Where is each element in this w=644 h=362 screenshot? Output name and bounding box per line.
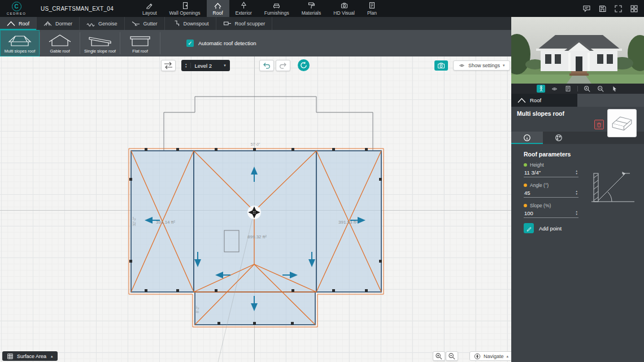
surface-area-button[interactable]: Surface Area ▴ [2, 351, 58, 361]
level-down-icon[interactable]: ▾ [185, 66, 187, 68]
eye-icon [551, 86, 558, 92]
slope-stepper[interactable]: ▲▼ [576, 211, 578, 216]
parameter-label: Slope (%) [530, 203, 551, 208]
slope-status-dot [524, 204, 527, 207]
tab-label: Layout [142, 10, 157, 16]
ribbon-tab-roof-scupper[interactable]: Roof scupper [216, 17, 273, 30]
show-settings-button[interactable]: Show settings ▾ [453, 60, 510, 71]
ribbon-tab-dormer[interactable]: Dormer [37, 17, 80, 30]
surface-grid-icon [7, 353, 14, 360]
swap-level-button[interactable] [161, 60, 176, 71]
camera-icon [437, 62, 445, 69]
single-slope-roof-icon [87, 33, 113, 47]
angle-stepper[interactable]: ▲▼ [576, 190, 578, 195]
multi-slopes-roof-button[interactable]: Multi slopes roof [0, 30, 40, 56]
person-icon [538, 85, 545, 92]
subtab-materials[interactable] [543, 132, 575, 144]
pencil-ruler-icon [146, 2, 153, 9]
app-logo[interactable]: C CEDREO [0, 0, 33, 17]
plan-view-button[interactable] [564, 85, 572, 93]
preview-zoom-in-button[interactable] [583, 85, 591, 93]
height-input[interactable]: 11 3/4" ▲▼ [524, 168, 578, 177]
roof-parameters-title: Roof parameters [524, 151, 644, 158]
tab-roof[interactable]: Roof [207, 0, 229, 17]
scupper-icon [223, 20, 232, 27]
redo-button[interactable] [276, 60, 290, 71]
preview-zoom-out-button[interactable] [597, 85, 605, 93]
selection-header: Multi slopes roof [511, 107, 644, 132]
snapshot-button[interactable] [434, 60, 448, 71]
tab-wall-openings[interactable]: Wall Openings [163, 0, 207, 17]
level-label: Level 2 [195, 63, 212, 69]
panel-tab-label: Roof [530, 97, 541, 103]
comments-button[interactable] [582, 4, 591, 13]
automatic-roof-detection-toggle[interactable]: ✓ Automatic roof detection [186, 30, 256, 56]
chevron-up-icon: ▴ [507, 354, 509, 359]
add-point-button[interactable]: Add point [524, 223, 644, 233]
main-nav: Layout Wall Openings Roof Exterior Furni… [136, 0, 383, 17]
tab-label: Materials [302, 10, 321, 16]
apps-button[interactable] [629, 4, 638, 13]
3d-preview[interactable] [511, 17, 644, 84]
angle-input[interactable]: 45 ▲▼ [524, 188, 578, 198]
flat-roof-button[interactable]: Flat roof [120, 30, 160, 56]
angle-status-dot [524, 184, 527, 187]
parameter-value[interactable]: 45 [524, 190, 530, 196]
preview-pointer-button[interactable] [610, 85, 619, 93]
ribbon-tab-downspout[interactable]: Downspout [165, 17, 216, 30]
zoom-in-icon [584, 85, 591, 93]
building-outline [164, 97, 373, 151]
tab-materials[interactable]: Materials [295, 0, 327, 17]
parameter-value[interactable]: 11 3/4" [524, 169, 541, 176]
save-button[interactable] [598, 4, 607, 13]
swap-arrows-icon [163, 62, 173, 69]
floor-plan-drawing[interactable]: 391.14 ft² 899.32 ft² 391.53 ft² 57'-0" … [0, 56, 511, 362]
tab-exterior[interactable]: Exterior [229, 0, 258, 17]
gable-roof-button[interactable]: Gable roof [40, 30, 80, 56]
pencil-icon [524, 223, 534, 233]
fullscreen-button[interactable] [613, 4, 623, 13]
sofa-icon [273, 2, 280, 9]
undo-button[interactable] [259, 60, 274, 71]
ribbon-tab-genoise[interactable]: Genoise [80, 17, 125, 30]
delete-roof-button[interactable] [594, 120, 604, 129]
zoom-in-button[interactable] [433, 351, 445, 361]
zoom-out-button[interactable] [446, 351, 458, 361]
plan-canvas[interactable]: 391.14 ft² 899.32 ft² 391.53 ft² 57'-0" … [0, 56, 511, 362]
move-cursor[interactable] [247, 206, 261, 219]
panel-tab-roof[interactable]: Roof [511, 94, 577, 107]
zoom-out-icon [597, 85, 604, 93]
tab-hd-visual[interactable]: HD Visual [327, 0, 361, 17]
tool-label: Gable roof [50, 49, 69, 54]
height-stepper[interactable]: ▲▼ [576, 170, 578, 175]
parameter-label: Height [530, 162, 544, 168]
tab-furnishings[interactable]: Furnishings [258, 0, 295, 17]
tab-layout[interactable]: Layout [136, 0, 163, 17]
stepper-down-icon: ▼ [576, 193, 578, 196]
parameter-list: Height 11 3/4" ▲▼ Angle (°) 45 ▲▼ [524, 162, 578, 218]
ribbon-tab-roof[interactable]: Roof [0, 17, 37, 30]
zoom-in-icon [435, 352, 443, 360]
checkbox-checked-icon[interactable]: ✓ [186, 40, 194, 47]
paint-roller-icon [308, 2, 315, 9]
roof-tools-row: Multi slopes roof Gable roof Single slop… [0, 30, 511, 56]
tab-plan[interactable]: Plan [361, 0, 383, 17]
slope-input[interactable]: 100 ▲▼ [524, 208, 578, 218]
gable-roof-icon [47, 33, 73, 47]
dimension-label-top: 57'-0" [251, 142, 260, 146]
grid-icon [630, 5, 638, 13]
navigate-button[interactable]: Navigate ▴ [469, 351, 511, 361]
visibility-button[interactable] [550, 85, 559, 93]
walkthrough-button[interactable] [537, 85, 545, 93]
chevron-down-icon: ▾ [224, 63, 226, 68]
level-selector[interactable]: ▴ ▾ Level 2 ▾ [181, 60, 230, 71]
roof-type-thumbnail[interactable] [607, 109, 637, 137]
roof-3d-icon [610, 111, 634, 135]
parameter-value[interactable]: 100 [524, 210, 533, 216]
refresh-roof-button[interactable] [298, 59, 310, 71]
level-stepper[interactable]: ▴ ▾ [185, 63, 191, 68]
auto-detect-label: Automatic roof detection [198, 40, 256, 46]
ribbon-tab-gutter[interactable]: Gutter [125, 17, 165, 30]
single-slope-roof-button[interactable]: Single slope roof [80, 30, 120, 56]
subtab-info[interactable] [511, 132, 543, 144]
